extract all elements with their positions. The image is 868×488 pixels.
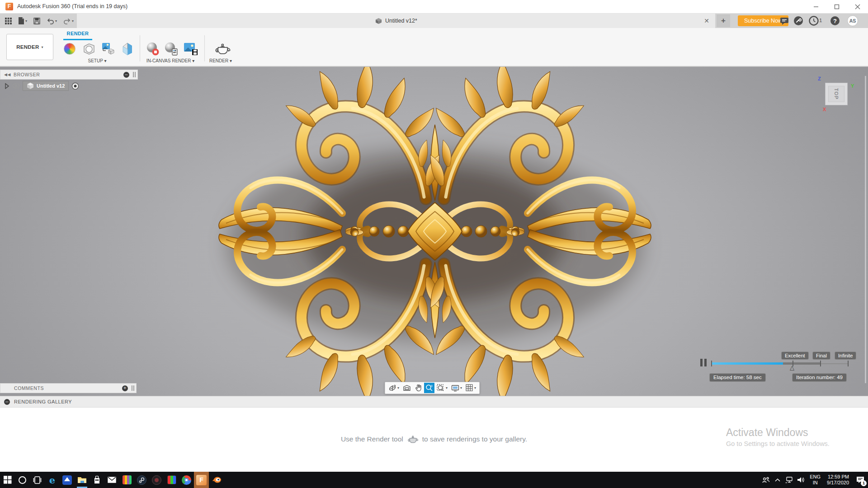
ribbon-toolbar: RENDER▾ RENDER xyxy=(0,28,868,67)
group-label-setup[interactable]: SETUP ▾ xyxy=(72,58,122,63)
file-explorer-icon[interactable] xyxy=(75,472,90,488)
maximize-button[interactable] xyxy=(826,0,847,14)
new-tab-button[interactable]: + xyxy=(717,14,730,27)
minimize-button[interactable] xyxy=(806,0,826,14)
texture-map-button[interactable] xyxy=(120,42,135,56)
chrome-icon[interactable] xyxy=(179,472,194,488)
job-status-icon[interactable] xyxy=(793,16,803,26)
render-button[interactable] xyxy=(212,42,232,56)
viewport-canvas[interactable]: ◀◀ BROWSER – Untitled v12 TOP Z Y X △ Ex… xyxy=(0,67,868,396)
task-view-button[interactable] xyxy=(30,472,45,488)
quality-slider-handle[interactable]: △ xyxy=(790,364,794,371)
pan-tool[interactable] xyxy=(413,383,423,393)
render-teapot-icon xyxy=(407,435,419,444)
panel-minus-icon[interactable]: – xyxy=(123,72,129,78)
ribbon-separator xyxy=(204,35,205,61)
rendering-gallery-header[interactable]: – RENDERING GALLERY xyxy=(0,396,868,408)
microsoft-store-icon[interactable] xyxy=(90,472,104,488)
blender-icon[interactable] xyxy=(209,472,224,488)
help-icon[interactable]: ? xyxy=(830,16,840,26)
volume-icon[interactable] xyxy=(795,472,807,488)
file-menu-button[interactable]: ▾ xyxy=(16,15,29,27)
rendering-gallery-body: Use the Render tool to save renderings t… xyxy=(0,408,868,472)
action-center-button[interactable]: 1 xyxy=(853,472,868,488)
render-progress-track-tail xyxy=(820,363,848,364)
svg-text:?: ? xyxy=(833,18,837,24)
browser-panel-title: BROWSER xyxy=(14,72,40,77)
slider-tick-final xyxy=(820,361,821,366)
scanner-app-icon[interactable] xyxy=(60,472,75,488)
notification-clock-icon[interactable] xyxy=(809,16,819,26)
collapse-arrows-icon[interactable]: ◀◀ xyxy=(4,72,11,77)
in-canvas-render-button[interactable] xyxy=(146,42,160,56)
rgb-tool-icon[interactable] xyxy=(164,472,179,488)
in-canvas-render-settings-button[interactable] xyxy=(164,42,179,56)
activate-component-radio-icon[interactable] xyxy=(71,82,79,90)
steam-icon[interactable] xyxy=(134,472,149,488)
axis-y-label: Y xyxy=(851,83,854,89)
save-button[interactable] xyxy=(31,15,42,27)
document-tab[interactable]: Untitled v12* xyxy=(375,14,417,28)
viewcube-face-label: TOP xyxy=(834,88,839,99)
watermark-line1: Activate Windows xyxy=(726,427,830,439)
appearance-color-wheel-icon xyxy=(64,43,75,55)
tab-render[interactable]: RENDER xyxy=(63,31,92,36)
navigation-toolbar: ▾ ± ▾ ▾ ▾ xyxy=(385,382,480,394)
pause-render-button[interactable] xyxy=(700,359,708,366)
expand-arrow-icon[interactable] xyxy=(5,83,9,89)
taskbar-clock[interactable]: 12:59 PM 9/17/2020 xyxy=(823,474,853,486)
group-label-render[interactable]: RENDER ▾ xyxy=(204,58,237,63)
comments-panel-header[interactable]: COMMENTS + xyxy=(0,383,137,393)
notification-count: 1 xyxy=(819,18,822,23)
language-indicator[interactable]: ENG IN xyxy=(807,474,823,486)
windows-taskbar: e F xyxy=(0,472,868,488)
viewcube[interactable]: TOP xyxy=(825,83,848,105)
scene-settings-button[interactable] xyxy=(82,42,96,56)
capture-image-button[interactable] xyxy=(183,42,198,56)
document-tab-close-icon[interactable]: ✕ xyxy=(703,17,711,25)
comments-panel-title: COMMENTS xyxy=(14,385,44,391)
game-app-icon[interactable] xyxy=(149,472,164,488)
people-icon[interactable] xyxy=(760,472,772,488)
render-progress-track xyxy=(783,362,820,365)
user-avatar[interactable]: AS xyxy=(847,15,858,26)
quality-label-infinite[interactable]: Infinite xyxy=(835,352,856,360)
undo-button[interactable]: ▾ xyxy=(44,15,59,27)
hidden-icons-chevron[interactable] xyxy=(772,472,783,488)
photos-app-icon[interactable] xyxy=(119,472,134,488)
fit-tool[interactable]: ▾ xyxy=(435,383,449,393)
fusion360-taskbar-icon[interactable]: F xyxy=(194,472,209,488)
browser-root-row[interactable]: Untitled v12 xyxy=(5,80,79,91)
network-icon[interactable] xyxy=(783,472,795,488)
render-progress-bar xyxy=(711,362,783,365)
ribbon-separator xyxy=(140,35,140,61)
orbit-tool[interactable]: ▾ xyxy=(387,383,401,393)
panel-plus-icon[interactable]: + xyxy=(122,385,128,391)
quality-label-final[interactable]: Final xyxy=(812,352,830,360)
quality-label-excellent[interactable]: Excellent xyxy=(781,352,809,360)
activate-windows-watermark: Activate Windows Go to Settings to activ… xyxy=(726,427,830,447)
gallery-collapse-icon[interactable]: – xyxy=(4,399,10,405)
cortana-button[interactable] xyxy=(15,472,30,488)
grid-layout-tool[interactable]: ▾ xyxy=(464,383,477,393)
display-settings-tool[interactable]: ▾ xyxy=(450,383,463,393)
feedback-comment-icon[interactable] xyxy=(779,16,789,26)
edge-browser-icon[interactable]: e xyxy=(45,472,60,488)
decal-button[interactable] xyxy=(101,42,115,56)
titlebar: F Autodesk Fusion 360 (Trial ends in 19 … xyxy=(0,0,868,14)
browser-panel-header[interactable]: ◀◀ BROWSER – xyxy=(0,70,138,80)
visibility-eye-icon[interactable] xyxy=(12,83,20,89)
system-tray: ENG IN 12:59 PM 9/17/2020 1 xyxy=(760,472,868,488)
browser-root-item[interactable]: Untitled v12 xyxy=(23,81,69,91)
mail-app-icon[interactable] xyxy=(104,472,119,488)
look-at-tool[interactable] xyxy=(401,383,412,393)
zoom-tool[interactable]: ± xyxy=(424,383,434,393)
close-button[interactable] xyxy=(847,0,868,14)
workspace-switcher-button[interactable]: RENDER▾ xyxy=(6,34,53,60)
redo-button[interactable]: ▾ xyxy=(61,15,76,27)
appearance-button[interactable] xyxy=(62,42,77,56)
group-label-in-canvas-render[interactable]: IN-CANVAS RENDER ▾ xyxy=(141,58,200,63)
start-button[interactable] xyxy=(0,472,15,488)
axis-z-label: Z xyxy=(818,76,821,81)
app-grid-icon[interactable] xyxy=(3,15,14,27)
